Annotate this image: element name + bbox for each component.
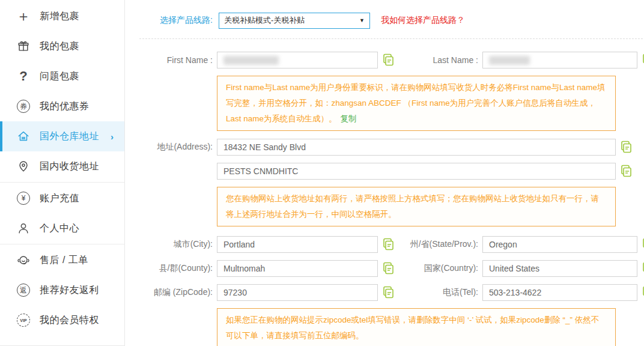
copy-icon: [642, 262, 644, 275]
copy-icon: [620, 141, 632, 154]
product-line-select[interactable]: 关税补贴模式-关税补贴 ▼: [219, 13, 370, 29]
rebate-icon: 返: [16, 282, 31, 298]
sidebar-item-label: 问题包裹: [40, 70, 79, 83]
sidebar-item-label: 个人中心: [40, 222, 79, 235]
copy-icon: [382, 262, 394, 275]
address-row-2: [139, 163, 644, 180]
copy-zipcode-button[interactable]: [382, 285, 395, 300]
address-label: 地址(Address):: [139, 142, 213, 153]
copy-icon: [642, 238, 644, 251]
address-row-1: 地址(Address):: [139, 139, 644, 156]
zipcode-label: 邮编 (ZipCode):: [139, 287, 213, 298]
state-label: 州/省(State/Prov.):: [407, 239, 478, 250]
city-label: 城市(City):: [139, 239, 213, 250]
copy-icon: [382, 286, 394, 299]
yen-badge: ¥: [17, 192, 30, 205]
how-to-choose-product-line-link[interactable]: 我如何选择产品线路？: [381, 15, 465, 26]
rebate-badge: 返: [17, 284, 30, 297]
name-notice-box: First name与Last name为用户身份重要标识，请在购物网站填写收货…: [217, 76, 616, 131]
copy-last-name-button[interactable]: [642, 53, 644, 67]
country-input[interactable]: [482, 260, 637, 277]
sidebar-item-label: 新增包裹: [40, 10, 79, 23]
city-input[interactable]: [217, 236, 378, 253]
copy-first-name-button[interactable]: [382, 53, 395, 67]
address-notice-text: 您在购物网站上收货地址如有两行，请严格按照上方格式填写；您在购物网站上收货地址如…: [226, 194, 599, 219]
name-row: First Name : Last Name :: [139, 52, 644, 68]
sidebar-item-label: 售后 / 工单: [40, 254, 88, 267]
sidebar-item-domestic-receiving-address[interactable]: 国内收货地址: [0, 151, 124, 181]
sidebar-item-label: 国外仓库地址: [40, 130, 99, 143]
sidebar-item-member-privileges[interactable]: VIP 我的会员特权: [0, 305, 124, 335]
state-input[interactable]: [482, 236, 637, 253]
product-line-row: 选择产品线路: 关税补贴模式-关税补贴 ▼ 我如何选择产品线路？: [139, 12, 644, 29]
tel-input[interactable]: [482, 284, 637, 301]
sidebar-divider: [0, 182, 124, 183]
address-form: First Name : Last Name : First name与Last…: [139, 39, 644, 346]
coupon-icon: 券: [16, 99, 31, 114]
headset-icon: [16, 252, 31, 268]
blurred-first-name-value: [223, 56, 279, 65]
plus-icon: ＋: [16, 8, 31, 24]
chevron-right-icon: ›: [111, 132, 114, 142]
sidebar-item-label: 国内收货地址: [40, 160, 99, 173]
county-country-row: 县/郡(County): 国家(Country):: [139, 260, 644, 277]
copy-link[interactable]: 复制: [341, 114, 357, 123]
copy-state-button[interactable]: [642, 237, 644, 252]
copy-city-button[interactable]: [382, 237, 395, 252]
county-label: 县/郡(County):: [139, 263, 213, 274]
sidebar-item-label: 我的优惠券: [40, 100, 90, 113]
question-icon: ?: [16, 68, 31, 84]
sidebar-item-my-coupons[interactable]: 券 我的优惠券: [0, 91, 124, 121]
sidebar-item-new-package[interactable]: ＋ 新增包裹: [0, 1, 124, 31]
sidebar-divider: [0, 244, 124, 244]
copy-address2-button[interactable]: [620, 164, 633, 178]
vip-badge: VIP: [17, 314, 30, 327]
overseas-warehouse-address-page: ＋ 新增包裹 我的包裹 ? 问题包裹 券 我的优惠券 国外仓库地址 ›: [0, 0, 644, 346]
sidebar-item-aftersales-tickets[interactable]: 售后 / 工单: [0, 245, 124, 275]
city-state-row: 城市(City): 州/省(State/Prov.):: [139, 236, 644, 253]
copy-county-button[interactable]: [382, 261, 395, 276]
first-name-label: First Name :: [139, 55, 213, 65]
sidebar-item-overseas-warehouse-address[interactable]: 国外仓库地址 ›: [0, 121, 124, 151]
sidebar-item-label: 账户充值: [40, 192, 79, 205]
sidebar-item-my-packages[interactable]: 我的包裹: [0, 31, 124, 61]
copy-icon: [642, 286, 644, 299]
blurred-last-name-value: [489, 56, 530, 65]
main-content: 选择产品线路: 关税补贴模式-关税补贴 ▼ 我如何选择产品线路？ First N…: [125, 0, 644, 346]
vip-badge-icon: VIP: [16, 312, 31, 328]
dropdown-arrow-icon: ▼: [359, 17, 365, 23]
sidebar-item-problem-packages[interactable]: ? 问题包裹: [0, 61, 124, 91]
copy-tel-button[interactable]: [642, 285, 644, 300]
copy-country-button[interactable]: [642, 261, 644, 276]
tel-label: 电话(Tel):: [407, 287, 478, 298]
zipcode-input[interactable]: [217, 284, 378, 301]
sidebar-item-label: 推荐好友返利: [40, 284, 99, 297]
zip-tel-row: 邮编 (ZipCode): 电话(Tel):: [139, 284, 644, 301]
first-name-input[interactable]: [217, 52, 378, 68]
sidebar: ＋ 新增包裹 我的包裹 ? 问题包裹 券 我的优惠券 国外仓库地址 ›: [0, 0, 125, 346]
sidebar-item-account-recharge[interactable]: ¥ 账户充值: [0, 183, 124, 213]
county-input[interactable]: [217, 260, 378, 277]
sidebar-item-personal-center[interactable]: 个人中心: [0, 213, 124, 243]
user-icon: [16, 220, 31, 236]
copy-icon: [382, 238, 394, 251]
address-notice-box: 您在购物网站上收货地址如有两行，请严格按照上方格式填写；您在购物网站上收货地址如…: [217, 187, 616, 226]
copy-address1-button[interactable]: [620, 140, 633, 154]
zipcode-notice-box: 如果您正在购物的网站提示zipcode或tel填写错误，请删除数字中间 ‘-’ …: [217, 308, 616, 346]
sidebar-item-label: 我的会员特权: [40, 314, 99, 327]
location-pin-icon: [16, 159, 31, 174]
address-line2-input[interactable]: [217, 163, 616, 180]
product-line-label: 选择产品线路:: [139, 15, 213, 26]
last-name-input[interactable]: [482, 52, 637, 68]
last-name-label: Last Name :: [407, 55, 478, 65]
sidebar-item-refer-friends-rebate[interactable]: 返 推荐好友返利: [0, 275, 124, 305]
coupon-badge: 券: [17, 100, 30, 113]
product-line-selected-value: 关税补贴模式-关税补贴: [224, 15, 305, 26]
address-line1-input[interactable]: [217, 139, 616, 156]
zipcode-notice-text: 如果您正在购物的网站提示zipcode或tel填写错误，请删除数字中间 ‘-’ …: [226, 315, 599, 340]
country-label: 国家(Country):: [407, 263, 478, 274]
copy-icon: [642, 53, 644, 67]
copy-icon: [620, 165, 632, 178]
home-icon: [16, 129, 31, 144]
gift-icon: [16, 38, 31, 54]
